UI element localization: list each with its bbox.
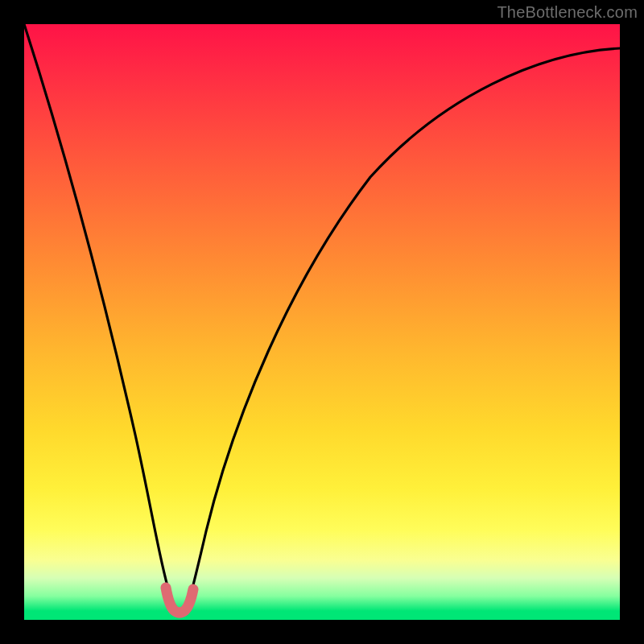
- bottleneck-curve: [24, 24, 620, 611]
- watermark-text: TheBottleneck.com: [497, 3, 638, 22]
- min-marker-icon: [166, 588, 193, 613]
- plot-area: [24, 24, 620, 620]
- curve-layer: [24, 24, 620, 620]
- chart-frame: TheBottleneck.com: [0, 0, 644, 644]
